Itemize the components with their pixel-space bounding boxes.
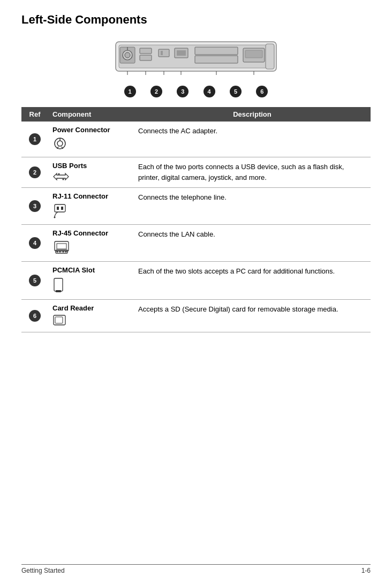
svg-rect-41 xyxy=(54,278,63,291)
ref-cell-6: 6 xyxy=(21,300,48,332)
ref-badge-5: 5 xyxy=(29,275,41,286)
svg-rect-31 xyxy=(57,207,59,210)
ref-num-1: 1 xyxy=(124,86,136,97)
component-icon-2 xyxy=(52,172,130,183)
description-cell-1: Connects the AC adapter. xyxy=(134,122,371,157)
svg-rect-9 xyxy=(161,51,163,55)
footer: Getting Started 1-6 xyxy=(21,564,371,574)
description-cell-6: Accepts a SD (Secure Digital) card for r… xyxy=(134,300,371,332)
description-cell-5: Each of the two slots accepts a PC card … xyxy=(134,262,371,300)
ref-badge-2: 2 xyxy=(29,166,41,178)
components-table: Ref Component Description 1Power Connect… xyxy=(21,107,371,332)
svg-point-4 xyxy=(125,52,130,58)
component-icon-5 xyxy=(52,276,130,295)
col-header-ref: Ref xyxy=(21,107,48,122)
diagram-container: 1 2 3 4 5 6 xyxy=(21,36,371,97)
table-row: 6Card ReaderAccepts a SD (Secure Digital… xyxy=(21,300,371,332)
component-name-1: Power Connector xyxy=(52,126,130,134)
svg-rect-30 xyxy=(55,204,65,212)
component-cell-4: RJ-45 Connector xyxy=(48,225,134,262)
component-name-4: RJ-45 Connector xyxy=(52,229,130,237)
ref-badge-1: 1 xyxy=(29,133,41,145)
svg-rect-7 xyxy=(140,55,152,60)
table-row: 4RJ-45 ConnectorConnects the LAN cable. xyxy=(21,225,371,262)
component-name-3: RJ-11 Connector xyxy=(52,192,130,200)
svg-point-29 xyxy=(63,179,64,180)
svg-point-39 xyxy=(63,251,64,253)
svg-rect-8 xyxy=(159,49,169,57)
svg-point-24 xyxy=(57,141,63,146)
svg-point-28 xyxy=(58,173,60,175)
component-cell-3: RJ-11 Connector xyxy=(48,188,134,225)
svg-rect-32 xyxy=(61,207,63,210)
component-cell-2: USB Ports xyxy=(48,157,134,188)
footer-left: Getting Started xyxy=(21,567,65,574)
col-header-description: Description xyxy=(134,107,371,122)
svg-point-33 xyxy=(54,217,56,218)
description-cell-3: Connects the telephone line. xyxy=(134,188,371,225)
component-icon-4 xyxy=(52,239,130,257)
svg-rect-44 xyxy=(55,317,63,323)
ref-num-2: 2 xyxy=(150,86,162,97)
component-icon-1 xyxy=(52,136,130,153)
svg-rect-11 xyxy=(177,50,186,56)
ref-cell-4: 4 xyxy=(21,225,48,262)
svg-rect-16 xyxy=(266,44,274,69)
ref-cell-1: 1 xyxy=(21,122,48,157)
ref-cell-3: 3 xyxy=(21,188,48,225)
svg-point-38 xyxy=(59,251,61,253)
ref-num-3: 3 xyxy=(177,86,189,97)
component-cell-6: Card Reader xyxy=(48,300,134,332)
ref-badge-6: 6 xyxy=(29,310,41,322)
component-name-5: PCMCIA Slot xyxy=(52,266,130,274)
ref-badge-3: 3 xyxy=(29,200,41,212)
table-row: 2USB PortsEach of the two ports connects… xyxy=(21,157,371,188)
ref-badge-4: 4 xyxy=(29,237,41,249)
svg-rect-6 xyxy=(140,48,152,54)
component-name-6: Card Reader xyxy=(52,304,130,312)
component-cell-1: Power Connector xyxy=(48,122,134,157)
svg-rect-12 xyxy=(195,47,238,55)
ref-cell-2: 2 xyxy=(21,157,48,188)
component-name-2: USB Ports xyxy=(52,162,130,170)
laptop-diagram xyxy=(110,36,282,85)
svg-point-40 xyxy=(65,251,67,253)
component-cell-5: PCMCIA Slot xyxy=(48,262,134,300)
table-row: 5PCMCIA SlotEach of the two slots accept… xyxy=(21,262,371,300)
ref-num-5: 5 xyxy=(230,86,242,97)
component-icon-6 xyxy=(52,314,130,328)
component-icon-3 xyxy=(52,202,130,220)
svg-rect-42 xyxy=(56,290,61,292)
page-title: Left-Side Components xyxy=(21,13,371,27)
diagram-wrapper: 1 2 3 4 5 6 xyxy=(110,36,282,97)
svg-rect-15 xyxy=(245,50,262,58)
svg-point-37 xyxy=(57,251,58,253)
ref-num-4: 4 xyxy=(203,86,215,97)
table-row: 1Power ConnectorConnects the AC adapter. xyxy=(21,122,371,157)
svg-rect-35 xyxy=(57,244,66,249)
svg-rect-13 xyxy=(195,56,238,63)
description-cell-4: Connects the LAN cable. xyxy=(134,225,371,262)
ref-num-6: 6 xyxy=(256,86,268,97)
table-row: 3RJ-11 ConnectorConnects the telephone l… xyxy=(21,188,371,225)
description-cell-2: Each of the two ports connects a USB dev… xyxy=(134,157,371,188)
ref-cell-5: 5 xyxy=(21,262,48,300)
col-header-component: Component xyxy=(48,107,134,122)
footer-right: 1-6 xyxy=(361,567,371,574)
